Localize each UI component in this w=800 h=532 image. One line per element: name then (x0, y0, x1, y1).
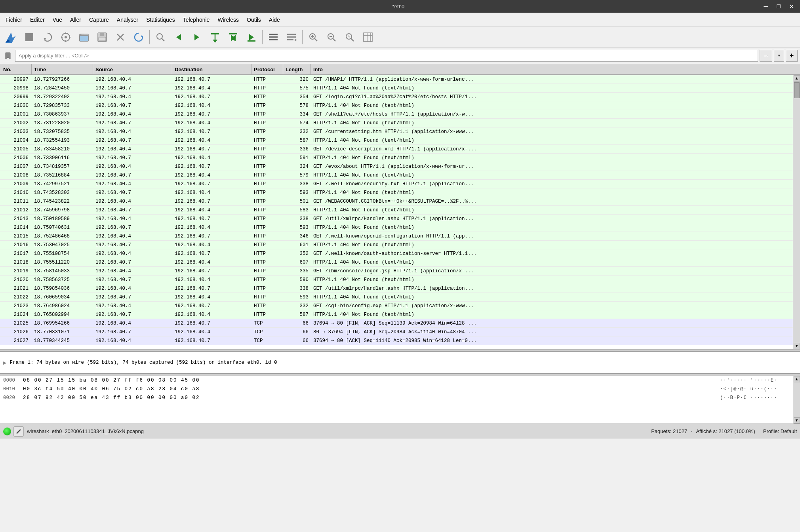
table-row[interactable]: 21012 18.745969798 192.168.40.7 192.168.… (0, 206, 793, 215)
zoom-out-button[interactable] (323, 29, 340, 46)
cell-destination: 192.168.40.4 (172, 173, 251, 178)
table-row[interactable]: 21021 18.759854036 192.168.40.4 192.168.… (0, 284, 793, 293)
cell-source: 192.168.40.4 (93, 338, 172, 344)
autoscroll-button[interactable] (283, 29, 300, 46)
cell-protocol: HTTP (251, 173, 283, 178)
maximize-button[interactable]: □ (774, 2, 783, 11)
table-row[interactable]: 21026 18.770331071 192.168.40.7 192.168.… (0, 328, 793, 336)
cell-destination: 192.168.40.7 (172, 94, 251, 100)
table-row[interactable]: 21001 18.730863937 192.168.40.4 192.168.… (0, 110, 793, 119)
menu-item-capture[interactable]: Capture (85, 15, 113, 25)
packet-list-scrollbar[interactable]: ▲ ▼ (793, 75, 800, 349)
cell-length: 591 (283, 155, 311, 161)
edit-capture-button[interactable] (13, 426, 24, 437)
table-row[interactable]: 21014 18.750740631 192.168.40.7 192.168.… (0, 223, 793, 232)
previous-packet-button[interactable] (170, 29, 187, 46)
scroll-up-button[interactable]: ▲ (794, 75, 800, 82)
cell-source: 192.168.40.4 (93, 268, 172, 274)
last-packet-button[interactable] (243, 29, 260, 46)
table-row[interactable]: 21024 18.765802994 192.168.40.7 192.168.… (0, 310, 793, 319)
table-row[interactable]: 21008 18.735216884 192.168.40.7 192.168.… (0, 171, 793, 180)
table-row[interactable]: 21005 18.733458210 192.168.40.4 192.168.… (0, 145, 793, 154)
cell-protocol: HTTP (251, 94, 283, 100)
table-row[interactable]: 21016 18.753047025 192.168.40.7 192.168.… (0, 241, 793, 249)
menu-item-telephonie[interactable]: Telephonie (179, 15, 214, 25)
cell-info: GET /evox/about HTTP/1.1 (application/x-… (311, 164, 793, 169)
table-row[interactable]: 21011 18.745423822 192.168.40.4 192.168.… (0, 197, 793, 206)
svg-marker-17 (141, 35, 143, 37)
cell-no: 21020 (0, 277, 32, 283)
cell-source: 192.168.40.7 (93, 329, 172, 335)
table-row[interactable]: 21019 18.758145033 192.168.40.4 192.168.… (0, 267, 793, 276)
table-row[interactable]: 21017 18.755108754 192.168.40.4 192.168.… (0, 249, 793, 258)
table-row[interactable]: 21022 18.760659034 192.168.40.7 192.168.… (0, 293, 793, 302)
scroll-down-button[interactable]: ▼ (794, 343, 800, 349)
table-row[interactable]: 21025 18.769954266 192.168.40.4 192.168.… (0, 319, 793, 328)
menu-item-aller[interactable]: Aller (66, 15, 85, 25)
colorize-button[interactable] (265, 29, 282, 46)
minimize-button[interactable]: ─ (761, 2, 771, 11)
table-row[interactable]: 21003 18.732075835 192.168.40.4 192.168.… (0, 127, 793, 136)
close-button[interactable]: ✕ (787, 2, 796, 11)
table-row[interactable]: 21002 18.731228020 192.168.40.7 192.168.… (0, 119, 793, 127)
menu-item-outils[interactable]: Outils (243, 15, 265, 25)
table-row[interactable]: 21015 18.752486468 192.168.40.4 192.168.… (0, 232, 793, 241)
menu-item-analyser[interactable]: Analyser (113, 15, 142, 25)
menu-item-editer[interactable]: Editer (26, 15, 49, 25)
svg-rect-28 (248, 40, 255, 42)
menu-item-aide[interactable]: Aide (265, 15, 284, 25)
table-row[interactable]: 21013 18.750189589 192.168.40.4 192.168.… (0, 215, 793, 223)
menu-item-fichier[interactable]: Fichier (2, 15, 26, 25)
cell-info: GET /util/xmlrpc/Handler.ashx HTTP/1.1 (… (311, 286, 793, 291)
column-prefs-button[interactable] (359, 29, 377, 46)
capture-options-button[interactable] (57, 29, 74, 46)
menubar: FichierEditerVueAllerCaptureAnalyserStat… (0, 13, 800, 27)
table-row[interactable]: 21027 18.770344245 192.168.40.4 192.168.… (0, 336, 793, 345)
find-packet-button[interactable] (152, 29, 169, 46)
table-row[interactable]: 21018 18.755511220 192.168.40.7 192.168.… (0, 258, 793, 267)
menu-item-vue[interactable]: Vue (49, 15, 66, 25)
cell-no: 21019 (0, 268, 32, 274)
next-packet-button[interactable] (188, 29, 206, 46)
hex-ascii: ·<·]@·@· u···(··· (714, 386, 793, 392)
cell-protocol: HTTP (251, 129, 283, 135)
table-row[interactable]: 21000 18.729835733 192.168.40.7 192.168.… (0, 101, 793, 110)
table-row[interactable]: 20999 18.729322402 192.168.40.4 192.168.… (0, 93, 793, 101)
zoom-in-button[interactable] (305, 29, 322, 46)
table-row[interactable]: 21006 18.733906116 192.168.40.7 192.168.… (0, 154, 793, 162)
filter-input[interactable] (15, 50, 758, 62)
hex-scrollbar[interactable]: ▲ ▼ (793, 376, 800, 424)
cell-length: 593 (283, 190, 311, 196)
hex-scroll-down[interactable]: ▼ (794, 417, 800, 424)
scroll-thumb[interactable] (794, 82, 800, 98)
filter-dropdown-button[interactable]: ▾ (774, 50, 784, 62)
table-row[interactable]: 21009 18.742997521 192.168.40.4 192.168.… (0, 180, 793, 188)
table-row[interactable]: 20997 18.727927266 192.168.40.4 192.168.… (0, 75, 793, 84)
header-info: Info (311, 64, 800, 74)
detail-frame-text: Frame 1: 74 bytes on wire (592 bits), 74… (10, 360, 277, 365)
filter-apply-button[interactable]: → (760, 50, 772, 62)
goto-packet-button[interactable] (206, 29, 224, 46)
hex-scroll-up[interactable]: ▲ (794, 376, 800, 382)
table-row[interactable]: 21020 18.758563725 192.168.40.7 192.168.… (0, 276, 793, 284)
table-row[interactable]: 21010 18.743528303 192.168.40.7 192.168.… (0, 188, 793, 197)
shark-fin-icon[interactable] (2, 29, 20, 46)
restart-capture-button[interactable] (39, 29, 56, 46)
save-file-button[interactable] (93, 29, 111, 46)
close-file-button[interactable] (112, 29, 129, 46)
filter-add-button[interactable]: + (786, 50, 798, 62)
zoom-reset-button[interactable] (341, 29, 358, 46)
first-packet-button[interactable] (225, 29, 242, 46)
cell-length: 579 (283, 173, 311, 178)
table-row[interactable]: 20998 18.728429450 192.168.40.7 192.168.… (0, 84, 793, 93)
menu-item-wireless[interactable]: Wireless (213, 15, 243, 25)
table-row[interactable]: 21004 18.732554193 192.168.40.7 192.168.… (0, 136, 793, 145)
packet-list[interactable]: 20997 18.727927266 192.168.40.4 192.168.… (0, 75, 793, 349)
menu-item-statistiques[interactable]: Statistiques (142, 15, 179, 25)
stop-capture-button[interactable] (21, 29, 38, 46)
table-row[interactable]: 21023 18.764986024 192.168.40.4 192.168.… (0, 302, 793, 310)
detail-expand-icon[interactable]: ▶ (3, 359, 6, 366)
table-row[interactable]: 21007 18.734819357 192.168.40.4 192.168.… (0, 162, 793, 171)
reload-file-button[interactable] (130, 29, 147, 46)
open-file-button[interactable] (75, 29, 93, 46)
